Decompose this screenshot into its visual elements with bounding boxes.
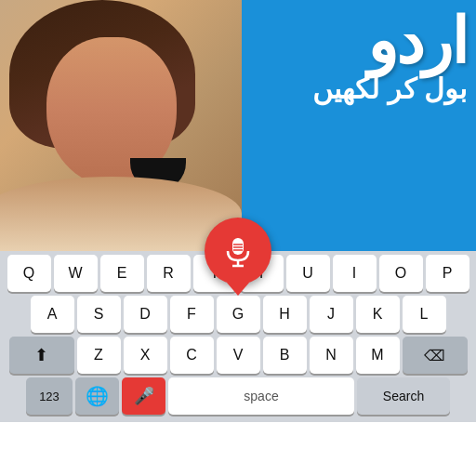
key-j[interactable]: J xyxy=(310,296,353,333)
app-container: اردو بول کر لکھیں xyxy=(0,0,476,422)
key-x[interactable]: X xyxy=(124,337,167,374)
key-p[interactable]: P xyxy=(426,255,469,292)
keyboard-row-2: A S D F G H J K L xyxy=(2,296,474,333)
svg-rect-0 xyxy=(232,238,244,255)
urdu-title: اردو xyxy=(312,9,467,73)
mic-bubble[interactable] xyxy=(205,218,271,284)
key-b[interactable]: B xyxy=(263,337,307,374)
key-r[interactable]: R xyxy=(147,255,191,292)
delete-key[interactable]: ⌫ xyxy=(403,337,468,374)
search-key[interactable]: Search xyxy=(357,377,450,415)
top-banner: اردو بول کر لکھیں xyxy=(0,0,476,251)
mic-key[interactable]: 🎤 xyxy=(122,377,165,415)
keyboard-row-3: ⬆ Z X C V B N M ⌫ xyxy=(2,337,474,374)
key-z[interactable]: Z xyxy=(77,337,121,374)
key-c[interactable]: C xyxy=(170,337,214,374)
key-h[interactable]: H xyxy=(263,296,307,333)
key-o[interactable]: O xyxy=(379,255,423,292)
keyboard-row-4: 123 🌐 🎤 space Search xyxy=(2,377,474,415)
woman-face xyxy=(46,37,177,186)
key-n[interactable]: N xyxy=(310,337,353,374)
key-i[interactable]: I xyxy=(333,255,377,292)
key-g[interactable]: G xyxy=(217,296,260,333)
key-u[interactable]: U xyxy=(286,255,330,292)
key-a[interactable]: A xyxy=(31,296,74,333)
urdu-text-area: اردو بول کر لکھیں xyxy=(312,9,467,106)
key-l[interactable]: L xyxy=(403,296,446,333)
urdu-subtitle: بول کر لکھیں xyxy=(312,73,467,106)
key-m[interactable]: M xyxy=(356,337,400,374)
space-key[interactable]: space xyxy=(168,377,354,415)
key-d[interactable]: D xyxy=(124,296,167,333)
shift-key[interactable]: ⬆ xyxy=(9,337,74,374)
num-key[interactable]: 123 xyxy=(26,377,73,415)
key-s[interactable]: S xyxy=(77,296,121,333)
key-k[interactable]: K xyxy=(356,296,400,333)
key-f[interactable]: F xyxy=(170,296,214,333)
mic-bubble-icon xyxy=(221,234,255,268)
key-w[interactable]: W xyxy=(54,255,98,292)
key-q[interactable]: Q xyxy=(7,255,51,292)
banner-photo xyxy=(0,0,242,251)
globe-key[interactable]: 🌐 xyxy=(75,377,119,415)
key-v[interactable]: V xyxy=(217,337,260,374)
key-e[interactable]: E xyxy=(100,255,144,292)
